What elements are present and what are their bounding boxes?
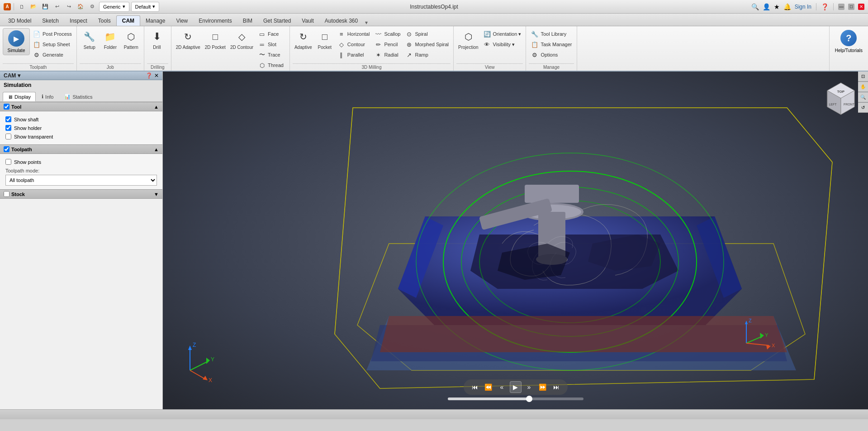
projection-button[interactable]: ⬡ Projection bbox=[456, 28, 480, 51]
scallop-button[interactable]: 〰 Scallop bbox=[372, 29, 402, 39]
show-shaft-checkbox[interactable] bbox=[5, 116, 11, 122]
2d-adaptive-button[interactable]: ↻ 2D Adaptive bbox=[174, 28, 202, 51]
morphed-spiral-button[interactable]: ⊛ Morphed Spiral bbox=[403, 39, 451, 49]
toolpath-section-checkbox[interactable] bbox=[4, 146, 9, 152]
playback-slider[interactable] bbox=[448, 397, 583, 400]
contour-button[interactable]: ◇ Contour bbox=[336, 39, 372, 49]
2d-pocket-button[interactable]: □ 2D Pocket bbox=[203, 28, 228, 51]
open-button[interactable]: 📂 bbox=[28, 2, 38, 12]
pb-rewind-button[interactable]: « bbox=[496, 381, 508, 393]
help-tutorials-button[interactable]: ? Help/Tutorials bbox=[829, 26, 868, 71]
sign-in-label[interactable]: Sign In bbox=[795, 4, 811, 10]
tab-cam[interactable]: CAM bbox=[116, 15, 140, 26]
workspace-dropdown[interactable]: Generic ▾ bbox=[99, 2, 129, 12]
viewport[interactable]: Z Y X Z Y X bbox=[163, 72, 868, 409]
notification-icon[interactable]: 🔔 bbox=[783, 3, 791, 10]
cam-panel-close-icon[interactable]: ✕ bbox=[154, 72, 159, 79]
viewcube[interactable]: TOP LEFT FRONT bbox=[823, 81, 859, 117]
more-tabs[interactable]: ▾ bbox=[365, 19, 368, 26]
pattern-button[interactable]: ⬡ Pattern bbox=[121, 28, 141, 51]
undo-button[interactable]: ↩ bbox=[52, 2, 62, 12]
nav-orbit[interactable]: ↺ bbox=[858, 103, 868, 113]
close-button[interactable]: ✕ bbox=[858, 4, 864, 10]
pb-fast-forward-button[interactable]: ⏩ bbox=[537, 381, 549, 393]
new-button[interactable]: 🗋 bbox=[17, 2, 27, 12]
drill-button[interactable]: ⬇ Drill bbox=[147, 28, 167, 51]
profile-dropdown[interactable]: Default ▾ bbox=[131, 2, 160, 12]
nav-zoom[interactable]: 🔍 bbox=[858, 92, 868, 102]
tab-statistics[interactable]: 📊 Statistics bbox=[59, 92, 97, 101]
show-transparent-checkbox[interactable] bbox=[5, 134, 11, 139]
help-icon[interactable]: ❓ bbox=[821, 3, 829, 10]
adaptive-button[interactable]: ↻ Adaptive bbox=[293, 28, 314, 51]
face-button[interactable]: ▭ Face bbox=[256, 29, 287, 39]
cam-panel-help-icon[interactable]: ❓ bbox=[146, 72, 152, 79]
pocket-button[interactable]: □ Pocket bbox=[315, 28, 335, 51]
minimize-button[interactable]: — bbox=[838, 4, 844, 10]
tool-section-header[interactable]: Tool ▲ bbox=[0, 102, 162, 111]
pencil-button[interactable]: ✏ Pencil bbox=[372, 39, 402, 49]
tab-autodesk360[interactable]: Autodesk 360 bbox=[319, 16, 363, 26]
settings-button[interactable]: ⚙ bbox=[87, 2, 97, 12]
task-manager-button[interactable]: 📋 Task Manager bbox=[529, 39, 574, 49]
window-title: InstructablesOp4.ipt bbox=[410, 4, 458, 10]
orientation-button[interactable]: 🔄 Orientation ▾ bbox=[481, 29, 523, 39]
radial-button[interactable]: ✶ Radial bbox=[372, 50, 402, 60]
stock-section-checkbox[interactable] bbox=[4, 191, 9, 197]
user-icon[interactable]: 👤 bbox=[763, 3, 770, 10]
visibility-button[interactable]: 👁 Visibility ▾ bbox=[481, 39, 523, 49]
horizontal-button[interactable]: ≡ Horizontal bbox=[336, 29, 372, 39]
parallel-button[interactable]: ∥ Parallel bbox=[336, 50, 372, 60]
pb-prev-button[interactable]: ⏪ bbox=[483, 381, 494, 393]
maximize-button[interactable]: □ bbox=[848, 4, 854, 10]
scallop-label: Scallop bbox=[384, 31, 400, 37]
save-button[interactable]: 💾 bbox=[40, 2, 50, 12]
ramp-button[interactable]: ↗ Ramp bbox=[403, 50, 451, 60]
toolpath-section-header[interactable]: Toolpath ▲ bbox=[0, 144, 162, 154]
tab-tools[interactable]: Tools bbox=[93, 16, 116, 26]
post-process-button[interactable]: 📄 Post Process bbox=[31, 29, 74, 39]
pb-first-button[interactable]: ⏮ bbox=[469, 381, 481, 393]
tab-3d-model[interactable]: 3D Model bbox=[3, 16, 37, 26]
tab-view[interactable]: View bbox=[171, 16, 193, 26]
tool-section-checkbox[interactable] bbox=[4, 104, 9, 110]
tab-inspect[interactable]: Inspect bbox=[64, 16, 93, 26]
generate-button[interactable]: ⚙ Generate bbox=[31, 50, 74, 60]
thread-button[interactable]: ⬡ Thread bbox=[256, 60, 287, 70]
tab-bim[interactable]: BIM bbox=[237, 16, 258, 26]
options-button[interactable]: ⚙ Options bbox=[529, 50, 574, 60]
tab-info[interactable]: ℹ Info bbox=[37, 92, 58, 101]
setup-sheet-button[interactable]: 📋 Setup Sheet bbox=[31, 39, 74, 49]
star-icon[interactable]: ★ bbox=[774, 3, 780, 10]
tab-vault[interactable]: Vault bbox=[296, 16, 319, 26]
simulate-button[interactable]: ▶ Simulate bbox=[3, 28, 30, 55]
tab-display[interactable]: 🖥 Display bbox=[3, 92, 36, 101]
pb-play-button[interactable]: ▶ bbox=[510, 381, 522, 393]
2d-contour-button[interactable]: ◇ 2D Contour bbox=[228, 28, 255, 51]
redo-button[interactable]: ↪ bbox=[64, 2, 74, 12]
trace-button[interactable]: 〜 Trace bbox=[256, 50, 287, 60]
toolpath-mode-select[interactable]: All toolpath Current operation Selected bbox=[5, 175, 157, 186]
setup-button[interactable]: 🔧 Setup bbox=[80, 28, 100, 51]
svg-text:FRONT: FRONT bbox=[844, 103, 855, 106]
show-holder-checkbox[interactable] bbox=[5, 125, 11, 131]
home-button[interactable]: 🏠 bbox=[76, 2, 85, 12]
nav-pan[interactable]: ✋ bbox=[858, 82, 868, 92]
stock-section-header[interactable]: Stock ▼ bbox=[0, 189, 162, 199]
tab-manage[interactable]: Manage bbox=[140, 16, 171, 26]
pb-forward-button[interactable]: » bbox=[523, 381, 535, 393]
tab-get-started[interactable]: Get Started bbox=[258, 16, 296, 26]
slider-thumb[interactable] bbox=[526, 396, 532, 402]
tab-sketch[interactable]: Sketch bbox=[37, 16, 64, 26]
nav-zoom-fit[interactable]: ⊡ bbox=[858, 72, 868, 81]
pb-last-button[interactable]: ⏭ bbox=[550, 381, 562, 393]
tab-environments[interactable]: Environments bbox=[193, 16, 237, 26]
spiral-button[interactable]: ⊙ Spiral bbox=[403, 29, 451, 39]
slot-button[interactable]: ═ Slot bbox=[256, 39, 287, 49]
post-process-label: Post Process bbox=[43, 31, 72, 37]
folder-button[interactable]: 📁 Folder bbox=[100, 28, 120, 51]
cam-title[interactable]: CAM ▾ bbox=[4, 72, 20, 79]
show-points-checkbox[interactable] bbox=[5, 159, 11, 165]
tool-library-button[interactable]: 🔧 Tool Library bbox=[529, 29, 574, 39]
search-icon[interactable]: 🔍 bbox=[751, 3, 759, 10]
